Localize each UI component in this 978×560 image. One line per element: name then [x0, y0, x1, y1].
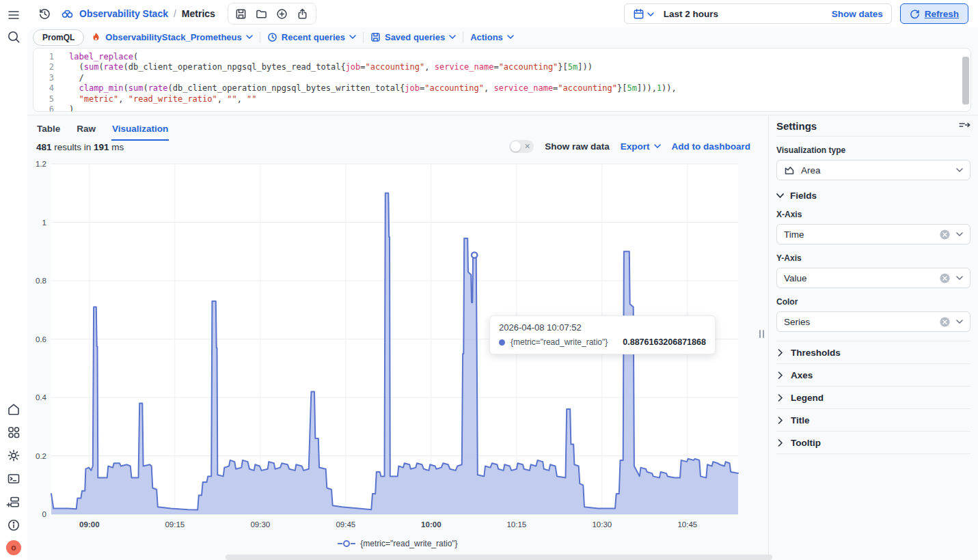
line-number: 6 [33, 104, 54, 112]
clear-icon[interactable] [940, 229, 950, 240]
pane-resize-handle[interactable] [759, 330, 766, 339]
refresh-button[interactable]: Refresh [900, 3, 968, 24]
code-line[interactable]: 1label_replace( [33, 52, 970, 62]
area-chart-icon [784, 165, 795, 176]
search-icon[interactable] [6, 29, 21, 44]
x-axis-tick: 09:00 [79, 520, 99, 529]
code-line[interactable]: 5 "metric", "read_write_ratio", "", "" [33, 94, 970, 104]
breadcrumb-app[interactable]: Observability Stack [79, 8, 168, 19]
legend-label: {metric="read_write_ratio"} [360, 539, 457, 548]
legend-marker-icon [338, 540, 355, 548]
show-dates-link[interactable]: Show dates [832, 9, 883, 19]
series-color-dot [499, 339, 505, 346]
query-language-pill[interactable]: PromQL [33, 29, 84, 46]
info-icon[interactable] [6, 518, 21, 533]
editor-scrollbar[interactable] [962, 57, 969, 104]
result-tabs: Table Raw Visualization [36, 121, 169, 141]
home-icon[interactable] [6, 402, 21, 417]
x-axis-tick: 10:30 [592, 520, 612, 529]
x-axis-tick: 10:00 [421, 520, 441, 529]
x-axis-tick: 09:30 [250, 520, 270, 529]
time-range-picker[interactable]: Last 2 hours Show dates [624, 3, 892, 24]
chevron-down-icon [776, 193, 784, 199]
viz-type-select[interactable]: Area [776, 160, 970, 180]
left-sidebar: o [0, 0, 27, 560]
chevron-down-icon [449, 35, 456, 40]
saved-queries-label: Saved queries [385, 32, 445, 42]
recent-queries-menu[interactable]: Recent queries [267, 32, 356, 42]
section-tooltip[interactable]: Tooltip [776, 432, 970, 454]
actions-menu[interactable]: Actions [470, 32, 514, 42]
clear-icon[interactable] [940, 317, 950, 327]
actions-label: Actions [470, 32, 503, 42]
saved-queries-menu[interactable]: Saved queries [370, 32, 456, 42]
color-select[interactable]: Series [776, 311, 970, 332]
code-line[interactable]: 3 / [33, 73, 970, 83]
x-axis-select[interactable]: Time [776, 224, 970, 244]
code-line[interactable]: 2 (sum(rate(db_client_operation_npgsql_b… [33, 62, 970, 72]
x-axis-tick: 09:15 [165, 520, 185, 529]
chevron-right-icon [778, 394, 783, 402]
code-text: "metric", "read_write_ratio", "", "" [54, 94, 257, 104]
menu-icon[interactable] [6, 8, 21, 23]
breadcrumb-separator: / [174, 8, 176, 19]
chevron-down-icon [507, 35, 514, 40]
y-axis-tick: 0.8 [36, 277, 46, 285]
datasource-selector[interactable]: ObservabilityStack_Prometheus [91, 32, 252, 42]
tab-raw[interactable]: Raw [76, 121, 96, 141]
refresh-label: Refresh [925, 9, 959, 19]
save-icon[interactable] [233, 5, 249, 22]
collapse-panel-icon[interactable] [958, 120, 970, 132]
section-legend[interactable]: Legend [776, 387, 970, 409]
add-to-dashboard-link[interactable]: Add to dashboard [672, 141, 751, 152]
apps-grid-icon[interactable] [6, 425, 21, 440]
history-icon[interactable] [38, 8, 51, 20]
fields-section-header[interactable]: Fields [776, 191, 970, 201]
recent-queries-label: Recent queries [282, 32, 345, 42]
workspace-icon [61, 8, 74, 20]
chart-toolbar: ✕ Show raw data Export Add to dashboard [509, 140, 750, 153]
share-icon[interactable] [295, 5, 311, 22]
chevron-down-icon [647, 8, 654, 20]
section-title[interactable]: Title [776, 409, 970, 432]
tooltip-series-row: {metric="read_write_ratio"} 0.8876163206… [499, 337, 706, 347]
area-chart[interactable]: 00.20.40.60.811.209:0009:1509:3009:4510:… [27, 157, 768, 560]
open-folder-icon[interactable] [254, 5, 270, 22]
code-line[interactable]: 6) [33, 104, 970, 112]
clear-icon[interactable] [940, 273, 950, 283]
section-thresholds[interactable]: Thresholds [776, 341, 970, 364]
settings-title: Settings [776, 120, 817, 132]
chevron-right-icon [778, 439, 783, 447]
new-query-icon[interactable] [274, 5, 290, 22]
tooltip-series-label: {metric="read_write_ratio"} [511, 337, 608, 347]
chevron-right-icon [778, 349, 783, 356]
chevron-down-icon [956, 320, 963, 324]
color-value: Series [784, 317, 810, 327]
integrations-icon[interactable] [6, 494, 21, 509]
export-menu[interactable]: Export [621, 141, 661, 152]
top-bar: Observability Stack / Metrics Last 2 hou… [27, 0, 978, 27]
settings-gear-icon[interactable] [6, 448, 21, 463]
horizontal-scrollbar[interactable] [226, 555, 772, 560]
export-label: Export [621, 141, 650, 152]
y-axis-select[interactable]: Value [776, 268, 970, 288]
y-axis-tick: 0.6 [36, 335, 46, 344]
section-axes[interactable]: Axes [776, 364, 970, 387]
x-axis-tick: 09:45 [336, 520, 355, 529]
tooltip-timestamp: 2026-04-08 10:07:52 [499, 322, 706, 333]
terminal-icon[interactable] [6, 471, 21, 486]
show-raw-label: Show raw data [545, 141, 610, 152]
chart-legend[interactable]: {metric="read_write_ratio"} [27, 539, 768, 548]
y-axis-tick: 0 [42, 510, 46, 518]
tab-visualization[interactable]: Visualization [111, 121, 169, 141]
results-infix: results in [52, 142, 94, 152]
hovered-point-marker [472, 252, 477, 257]
y-axis-label: Y-Axis [776, 253, 970, 263]
code-line[interactable]: 4 clamp_min(sum(rate(db_client_operation… [33, 83, 970, 94]
breadcrumb-page: Metrics [182, 8, 215, 19]
promql-editor[interactable]: 1label_replace(2 (sum(rate(db_client_ope… [33, 48, 971, 112]
tab-table[interactable]: Table [36, 121, 61, 141]
user-avatar[interactable]: o [6, 540, 21, 555]
show-raw-toggle[interactable]: ✕ [509, 140, 534, 153]
section-label: Legend [791, 393, 824, 403]
